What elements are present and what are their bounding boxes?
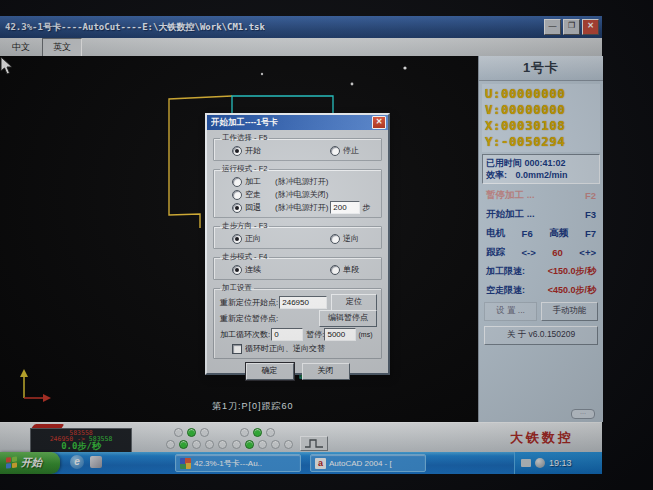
indicator-dot bbox=[271, 440, 280, 449]
start-button[interactable]: 开始 bbox=[0, 452, 60, 474]
dryrun-note: (脉冲电源关闭) bbox=[275, 189, 328, 200]
taskbar-item-autocut[interactable]: 42.3%-1号卡---Au.. bbox=[175, 454, 301, 472]
dialog-title-bar[interactable]: 开始加工----1号卡 ✕ bbox=[207, 115, 388, 130]
edit-pause-point-button[interactable]: 编辑暂停点 bbox=[319, 310, 377, 327]
step-direction-label: 走步方向 - F3 bbox=[220, 221, 269, 231]
close-button[interactable]: ✕ bbox=[582, 19, 599, 35]
card-tab[interactable]: 1号卡 bbox=[479, 56, 603, 81]
locate-button[interactable]: 定位 bbox=[331, 294, 377, 311]
radio-reverse-label[interactable]: 逆向 bbox=[343, 233, 359, 244]
step-counter-display: 583558 246950 -> 583558 0.0步/秒 bbox=[30, 428, 132, 453]
radio-reverse[interactable] bbox=[330, 234, 340, 244]
indicator-dot bbox=[200, 428, 209, 437]
start-machining-row[interactable]: 开始加工 ... F3 bbox=[479, 205, 603, 224]
radio-stop-label[interactable]: 停止 bbox=[343, 145, 359, 156]
indicator-dot bbox=[166, 440, 175, 449]
run-mode-label: 运行模式 - F2 bbox=[220, 164, 269, 174]
tracking-row: 跟踪 <-> 60 <+> bbox=[479, 243, 603, 262]
machining-status-text: 第1刀:P[0]跟踪60 bbox=[212, 400, 294, 413]
radio-forward-label[interactable]: 正向 bbox=[245, 233, 261, 244]
radio-forward[interactable] bbox=[232, 234, 242, 244]
tracking-increase-button[interactable]: <+> bbox=[579, 247, 596, 258]
step-mode-group: 走步模式 - F4 连续 单段 bbox=[213, 252, 382, 280]
taskbar-item-autocad[interactable]: a AutoCAD 2004 - [ bbox=[310, 454, 426, 472]
indicator-lights-top-1 bbox=[174, 428, 209, 437]
axis-icon bbox=[20, 369, 51, 402]
menu-item-english[interactable]: 英文 bbox=[42, 38, 82, 57]
brand-label: 大铁数控 bbox=[510, 429, 574, 447]
radio-continuous-label[interactable]: 连续 bbox=[245, 264, 261, 275]
quicklaunch-icon[interactable] bbox=[90, 456, 102, 468]
indicator-dot bbox=[258, 440, 267, 449]
elapsed-time: 已用时间 000:41:02 bbox=[486, 157, 596, 169]
settings-button[interactable]: 设 置 ... bbox=[484, 302, 537, 321]
radio-dryrun-label[interactable]: 空走 bbox=[245, 189, 261, 200]
indicator-dot bbox=[174, 428, 183, 437]
radio-backtrack-label[interactable]: 回退 bbox=[245, 202, 261, 213]
radio-continuous[interactable] bbox=[232, 265, 242, 275]
ie-quicklaunch-icon[interactable]: e bbox=[70, 455, 84, 469]
dryrun-speed-limit-row: 空走限速: <450.0步/秒 bbox=[479, 281, 603, 300]
restore-button[interactable]: ❐ bbox=[563, 19, 580, 35]
status-bar: 583558 246950 -> 583558 0.0步/秒 大铁数控 bbox=[0, 422, 602, 453]
system-tray: 19:13 bbox=[514, 452, 602, 474]
indicator-dot bbox=[187, 428, 196, 437]
indicator-lights-top-2 bbox=[240, 428, 275, 437]
dialog-close-icon[interactable]: ✕ bbox=[372, 116, 386, 129]
minimize-button[interactable]: — bbox=[544, 19, 561, 35]
autocut-app-icon bbox=[180, 458, 191, 469]
monitor-screen: 42.3%-1号卡----AutoCut----E:\大铁数控\Work\CM1… bbox=[0, 16, 602, 474]
step-direction-group: 走步方向 - F3 正向 逆向 bbox=[213, 221, 382, 249]
tracking-value: 60 bbox=[552, 247, 563, 258]
motor-label[interactable]: 电机 bbox=[486, 227, 505, 240]
tray-volume-icon[interactable] bbox=[535, 458, 545, 468]
radio-backtrack[interactable] bbox=[232, 203, 242, 213]
radio-start[interactable] bbox=[232, 146, 242, 156]
radio-single[interactable] bbox=[330, 265, 340, 275]
menu-item-chinese[interactable]: 中文 bbox=[2, 39, 40, 56]
indicator-dot bbox=[192, 440, 201, 449]
coord-y: Y:-0050294 bbox=[485, 134, 597, 150]
panel-more-button[interactable]: ··· bbox=[571, 409, 595, 419]
pulse-waveform-button[interactable] bbox=[300, 436, 328, 451]
radio-machining[interactable] bbox=[232, 177, 242, 187]
tracking-decrease-button[interactable]: <-> bbox=[522, 247, 536, 258]
alternate-direction-checkbox[interactable] bbox=[232, 344, 242, 354]
current-speed: 0.0步/秒 bbox=[31, 442, 131, 451]
ok-button[interactable]: 确定 bbox=[246, 363, 294, 380]
machining-speed-value: <150.0步/秒 bbox=[548, 265, 596, 278]
windows-flag-icon bbox=[6, 456, 18, 469]
radio-dryrun[interactable] bbox=[232, 190, 242, 200]
taskbar-item-autocut-label: 42.3%-1号卡---Au.. bbox=[194, 458, 262, 469]
pulse-waveform-icon bbox=[304, 439, 324, 448]
radio-start-label[interactable]: 开始 bbox=[245, 145, 261, 156]
start-machining-hotkey: F3 bbox=[585, 209, 596, 220]
pause-ms-input[interactable] bbox=[324, 328, 356, 341]
tray-icon[interactable] bbox=[521, 459, 531, 467]
indicator-dot bbox=[253, 428, 262, 437]
coord-x: X:00030108 bbox=[485, 118, 597, 134]
taskbar: 开始 e 42.3%-1号卡---Au.. a AutoCAD 2004 - [… bbox=[0, 452, 602, 474]
control-panel: 1号卡 U:00000000 V:00000000 X:00030108 Y:-… bbox=[478, 56, 603, 422]
start-button-label: 开始 bbox=[21, 456, 42, 470]
indicator-dot bbox=[218, 440, 227, 449]
close-dialog-button[interactable]: 关闭 bbox=[302, 363, 350, 380]
indicator-dot bbox=[284, 440, 293, 449]
cycles-input[interactable] bbox=[271, 328, 303, 341]
machining-speed-limit-row: 加工限速: <150.0步/秒 bbox=[479, 262, 603, 281]
manual-function-button[interactable]: 手动功能 bbox=[541, 302, 598, 321]
radio-machining-label[interactable]: 加工 bbox=[245, 176, 261, 187]
about-version-button[interactable]: 关 于 v6.0.150209 bbox=[484, 326, 598, 345]
window-title: 42.3%-1号卡----AutoCut----E:\大铁数控\Work\CM1… bbox=[0, 21, 265, 34]
alternate-direction-label[interactable]: 循环时正向、逆向交替 bbox=[245, 343, 325, 354]
cad-drawing-area[interactable]: 第1刀:P[0]跟踪60 开始加工----1号卡 ✕ 工作选择 - F5 开始 bbox=[0, 56, 478, 422]
radio-stop[interactable] bbox=[330, 146, 340, 156]
indicator-dot bbox=[205, 440, 214, 449]
hf-label[interactable]: 高频 bbox=[549, 227, 568, 240]
start-point-input[interactable] bbox=[279, 296, 327, 309]
motor-hotkey: F6 bbox=[522, 228, 533, 239]
backtrack-steps-input[interactable] bbox=[330, 201, 360, 214]
start-machining-label: 开始加工 ... bbox=[486, 208, 535, 221]
indicator-dot bbox=[232, 440, 241, 449]
radio-single-label[interactable]: 单段 bbox=[343, 264, 359, 275]
